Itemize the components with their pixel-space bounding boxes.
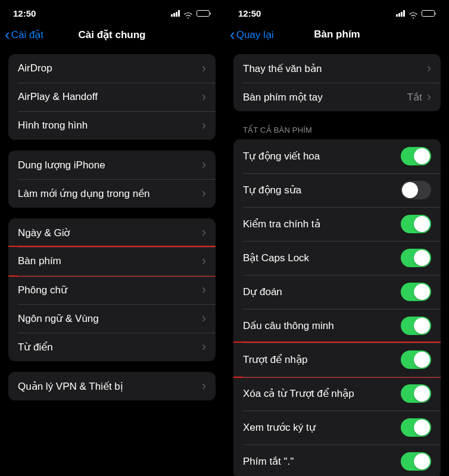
settings-row[interactable]: Ngôn ngữ & Vùng› [8, 304, 216, 333]
settings-row: Tự động sửa [233, 173, 441, 207]
row-label: Quản lý VPN & Thiết bị [18, 380, 123, 393]
back-button[interactable]: ‹ Cài đặt [5, 27, 43, 42]
chevron-right-icon: › [427, 90, 431, 104]
toggle-switch[interactable] [401, 283, 431, 301]
settings-group: Thay thế văn bản›Bàn phím một tayTắt› [233, 54, 441, 111]
status-time: 12:50 [238, 8, 261, 18]
toggle-switch[interactable] [401, 249, 431, 267]
row-label: Tự động viết hoa [243, 150, 320, 162]
settings-row: Trượt để nhập [233, 342, 441, 378]
nav-title: Bàn phím [314, 29, 360, 40]
back-label: Cài đặt [11, 29, 43, 41]
wifi-icon [409, 10, 418, 17]
settings-row: Tự động viết hoa [233, 139, 441, 173]
row-label: Bàn phím một tay [243, 91, 323, 104]
settings-group: Tự động viết hoaTự động sửaKiểm tra chín… [233, 139, 441, 476]
toggle-switch[interactable] [401, 350, 431, 369]
chevron-right-icon: › [202, 62, 206, 75]
battery-icon [197, 10, 211, 17]
toggle-switch[interactable] [401, 317, 431, 335]
toggle-switch[interactable] [401, 181, 431, 199]
settings-content-left[interactable]: AirDrop›AirPlay & Handoff›Hình trong hìn… [0, 48, 224, 476]
settings-row: Xóa cả từ Trượt để nhập [233, 377, 441, 411]
back-button[interactable]: ‹ Quay lại [230, 27, 274, 42]
chevron-right-icon: › [202, 226, 206, 239]
settings-row[interactable]: Quản lý VPN & Thiết bị› [8, 372, 216, 400]
row-label: Bật Caps Lock [243, 252, 309, 264]
status-bar: 12:50 [0, 0, 224, 21]
nav-bar: ‹ Cài đặt Cài đặt chung [0, 21, 224, 48]
cellular-icon [396, 10, 405, 17]
row-label: Dự đoán [243, 286, 282, 298]
status-time: 12:50 [13, 8, 36, 18]
battery-icon [422, 10, 436, 17]
settings-row[interactable]: Thay thế văn bản› [233, 54, 441, 83]
settings-row[interactable]: AirDrop› [8, 54, 216, 83]
status-indicators [396, 10, 436, 17]
row-label: Bàn phím [18, 255, 61, 267]
settings-row[interactable]: Ngày & Giờ› [8, 218, 216, 247]
settings-group: Ngày & Giờ›Bàn phím›Phông chữ›Ngôn ngữ &… [8, 218, 216, 361]
toggle-switch[interactable] [401, 418, 431, 437]
row-label: Ngôn ngữ & Vùng [18, 312, 99, 325]
settings-row: Dự đoán [233, 275, 441, 309]
row-label: Thay thế văn bản [243, 62, 322, 75]
nav-title: Cài đặt chung [79, 29, 146, 41]
chevron-left-icon: ‹ [5, 27, 10, 42]
status-bar: 12:50 [225, 0, 449, 21]
chevron-right-icon: › [202, 380, 206, 393]
chevron-right-icon: › [202, 119, 206, 132]
row-label: Ngày & Giờ [18, 227, 70, 239]
settings-row[interactable]: Từ điển› [8, 333, 216, 361]
chevron-right-icon: › [427, 62, 431, 75]
settings-row[interactable]: Dung lượng iPhone› [8, 151, 216, 179]
row-label: Xem trước ký tự [243, 421, 316, 434]
toggle-switch[interactable] [401, 147, 431, 165]
row-label: Tự động sửa [243, 184, 301, 196]
settings-row[interactable]: Hình trong hình› [8, 111, 216, 140]
settings-group: Dung lượng iPhone›Làm mới ứng dụng trong… [8, 151, 216, 208]
chevron-right-icon: › [202, 187, 206, 200]
settings-row[interactable]: AirPlay & Handoff› [8, 83, 216, 111]
settings-row[interactable]: Bàn phím› [8, 246, 216, 277]
settings-row[interactable]: Phông chữ› [8, 275, 216, 304]
chevron-right-icon: › [202, 255, 206, 268]
settings-group: Quản lý VPN & Thiết bị› [8, 372, 216, 400]
row-label: Phím tắt "." [243, 455, 294, 468]
settings-row: Xem trước ký tự [233, 411, 441, 444]
row-value: Tắt [407, 91, 422, 104]
settings-row[interactable]: Làm mới ứng dụng trong nền› [8, 179, 216, 208]
row-label: Kiểm tra chính tả [243, 218, 320, 230]
settings-content-right[interactable]: Thay thế văn bản›Bàn phím một tayTắt›TẤT… [225, 48, 449, 476]
row-label: Trượt để nhập [243, 353, 307, 366]
chevron-left-icon: ‹ [230, 27, 235, 42]
row-label: Phông chữ [18, 284, 67, 296]
settings-group: AirDrop›AirPlay & Handoff›Hình trong hìn… [8, 54, 216, 140]
settings-row[interactable]: Bàn phím một tayTắt› [233, 83, 441, 111]
settings-row: Phím tắt "." [233, 444, 441, 476]
status-indicators [171, 10, 211, 17]
settings-row: Bật Caps Lock [233, 241, 441, 275]
settings-row: Dấu câu thông minh [233, 309, 441, 343]
row-label: Dấu câu thông minh [243, 320, 334, 332]
settings-row: Kiểm tra chính tả [233, 207, 441, 241]
row-label: Hình trong hình [18, 120, 88, 131]
toggle-switch[interactable] [401, 215, 431, 233]
chevron-right-icon: › [202, 283, 206, 296]
row-label: Xóa cả từ Trượt để nhập [243, 387, 354, 400]
row-label: AirPlay & Handoff [18, 91, 98, 103]
nav-bar: ‹ Quay lại Bàn phím [225, 21, 449, 48]
row-label: Dung lượng iPhone [18, 159, 105, 171]
toggle-switch[interactable] [401, 452, 431, 471]
row-label: Làm mới ứng dụng trong nền [18, 187, 150, 200]
row-label: AirDrop [18, 62, 52, 74]
back-label: Quay lại [236, 29, 274, 41]
toggle-switch[interactable] [401, 384, 431, 403]
phone-right: 12:50 ‹ Quay lại Bàn phím Thay thế văn b… [225, 0, 449, 476]
wifi-icon [183, 10, 193, 17]
chevron-right-icon: › [202, 312, 206, 325]
chevron-right-icon: › [202, 90, 206, 104]
cellular-icon [171, 10, 180, 17]
row-label: Từ điển [18, 341, 53, 353]
section-header: TẤT CẢ BÀN PHÍM [233, 111, 441, 139]
